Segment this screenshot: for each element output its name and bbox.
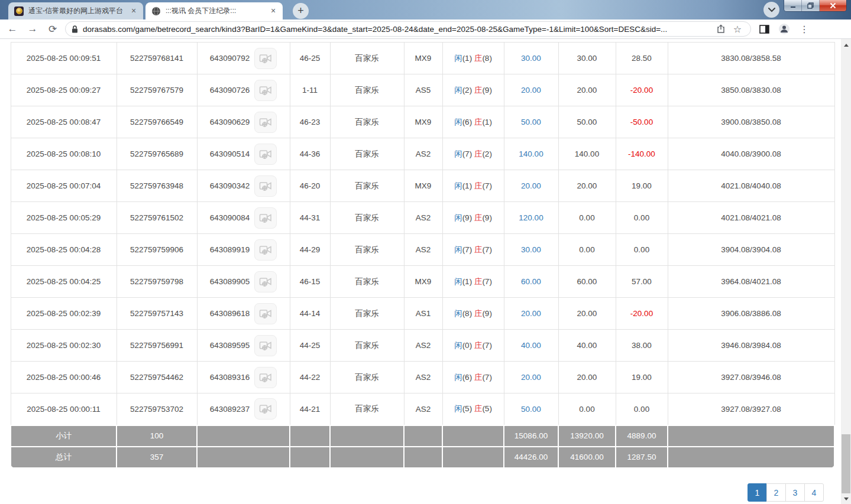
tab-close-icon[interactable]: × <box>129 6 138 16</box>
table-row: 2025-08-25 00:09:51522759768141643090792… <box>11 43 834 74</box>
win-loss: -20.00 <box>616 74 668 106</box>
bet-amount[interactable]: 140.00 <box>504 138 558 170</box>
win-loss: 28.50 <box>616 43 668 74</box>
table-code: MX9 <box>404 106 442 138</box>
subtotal-label: 小计 <box>11 425 117 447</box>
video-replay-button[interactable] <box>254 303 277 324</box>
bet-amount[interactable]: 30.00 <box>504 234 558 266</box>
round-id: 643090514 <box>197 138 290 170</box>
bet-amount[interactable]: 20.00 <box>504 362 558 394</box>
table-code: AS2 <box>404 362 442 394</box>
browser-tab-2[interactable]: :::视讯 会员下注纪录::: × <box>145 2 283 19</box>
round-id: 643089919 <box>197 234 290 266</box>
shoe-round: 44-21 <box>290 394 330 425</box>
forward-button[interactable]: → <box>25 21 40 37</box>
bet-amount[interactable]: 50.00 <box>504 106 558 138</box>
bet-id: 522759766549 <box>117 106 197 138</box>
share-icon[interactable] <box>714 22 728 36</box>
bet-time: 2025-08-25 00:09:27 <box>11 74 117 106</box>
table-code: AS2 <box>404 234 442 266</box>
bet-amount[interactable]: 120.00 <box>504 202 558 234</box>
win-loss: -20.00 <box>616 298 668 330</box>
win-loss: 19.00 <box>616 170 668 202</box>
page-button-2[interactable]: 2 <box>766 483 786 502</box>
table-code: MX9 <box>404 266 442 298</box>
browser-toolbar: ← → ⟳ dorasabs.com/game/betrecord_search… <box>0 19 851 39</box>
video-replay-button[interactable] <box>254 398 277 420</box>
valid-amount: 0.00 <box>558 234 616 266</box>
bet-amount[interactable]: 30.00 <box>504 43 558 74</box>
valid-amount: 0.00 <box>558 394 616 425</box>
kebab-menu-icon[interactable]: ⋮ <box>797 22 811 36</box>
round-id: 643089316 <box>197 362 290 394</box>
game-name: 百家乐 <box>330 170 404 202</box>
video-replay-button[interactable] <box>254 48 277 69</box>
table-row: 2025-08-25 00:04:25522759759798643089905… <box>11 266 834 298</box>
page-button-4[interactable]: 4 <box>804 483 824 502</box>
bet-time: 2025-08-25 00:02:30 <box>11 330 117 362</box>
bet-amount[interactable]: 20.00 <box>504 170 558 202</box>
table-row: 2025-08-25 00:02:39522759757143643089618… <box>11 298 834 330</box>
video-replay-button[interactable] <box>254 112 277 133</box>
back-button[interactable]: ← <box>5 21 20 37</box>
game-name: 百家乐 <box>330 362 404 394</box>
window-close-button[interactable] <box>820 0 846 11</box>
game-result: 闲(5) 庄(5) <box>442 394 504 425</box>
page-button-1[interactable]: 1 <box>748 483 767 502</box>
window-minimize-button[interactable] <box>784 0 802 11</box>
page-button-3[interactable]: 3 <box>785 483 805 502</box>
valid-amount: 0.00 <box>558 202 616 234</box>
window-restore-button[interactable] <box>802 0 820 11</box>
balance-before-after: 3927.08/3927.08 <box>668 394 834 425</box>
valid-amount: 30.00 <box>558 43 616 74</box>
win-loss: -140.00 <box>616 138 668 170</box>
bet-amount[interactable]: 50.00 <box>504 394 558 425</box>
balance-before-after: 3904.08/3904.08 <box>668 234 834 266</box>
video-replay-button[interactable] <box>254 175 277 197</box>
video-replay-button[interactable] <box>254 367 277 388</box>
table-code: AS2 <box>404 394 442 425</box>
video-replay-button[interactable] <box>254 80 277 101</box>
bet-time: 2025-08-25 00:05:29 <box>11 202 117 234</box>
table-code: AS2 <box>404 138 442 170</box>
valid-amount: 140.00 <box>558 138 616 170</box>
balance-before-after: 4021.08/4040.08 <box>668 170 834 202</box>
bet-amount[interactable]: 40.00 <box>504 330 558 362</box>
total-label: 总计 <box>11 447 117 468</box>
bet-amount[interactable]: 20.00 <box>504 298 558 330</box>
browser-tab-1[interactable]: 通宝-信誉最好的网上游戏平台 × <box>8 2 143 19</box>
video-replay-button[interactable] <box>254 335 277 356</box>
total-row: 总计35744426.0041600.001287.50 <box>11 447 834 468</box>
scroll-up-arrow-icon[interactable] <box>841 40 851 50</box>
chevron-down-icon[interactable] <box>763 2 779 18</box>
scroll-down-arrow-icon[interactable] <box>841 494 851 504</box>
tab-close-icon[interactable]: × <box>268 6 278 16</box>
win-loss: 19.00 <box>616 362 668 394</box>
bookmark-star-icon[interactable]: ☆ <box>730 22 745 36</box>
video-replay-button[interactable] <box>254 144 277 165</box>
round-id: 643090792 <box>197 43 290 74</box>
bet-time: 2025-08-25 00:07:04 <box>11 170 117 202</box>
bet-amount[interactable]: 60.00 <box>504 266 558 298</box>
reload-button[interactable]: ⟳ <box>45 21 60 37</box>
game-name: 百家乐 <box>330 106 404 138</box>
address-bar[interactable]: dorasabs.com/game/betrecord_search/kind3… <box>65 21 751 37</box>
video-replay-button[interactable] <box>254 271 277 292</box>
subtotal-row: 小计10015086.0013920.004889.00 <box>11 425 834 447</box>
total-valid: 41600.00 <box>558 447 616 468</box>
side-panel-icon[interactable] <box>757 22 771 36</box>
video-replay-button[interactable] <box>254 207 277 229</box>
game-result: 闲(7) 庄(2) <box>442 138 504 170</box>
game-result: 闲(2) 庄(9) <box>442 74 504 106</box>
shoe-round: 1-11 <box>290 74 330 106</box>
bet-amount[interactable]: 20.00 <box>504 74 558 106</box>
scrollbar-thumb[interactable] <box>842 434 850 493</box>
shoe-round: 44-14 <box>290 298 330 330</box>
profile-avatar-icon[interactable] <box>777 22 791 36</box>
new-tab-button[interactable]: + <box>293 3 309 19</box>
game-name: 百家乐 <box>330 138 404 170</box>
win-loss: 38.00 <box>616 330 668 362</box>
page-scrollbar[interactable] <box>841 39 851 504</box>
game-result: 闲(6) 庄(1) <box>442 106 504 138</box>
video-replay-button[interactable] <box>254 239 277 261</box>
